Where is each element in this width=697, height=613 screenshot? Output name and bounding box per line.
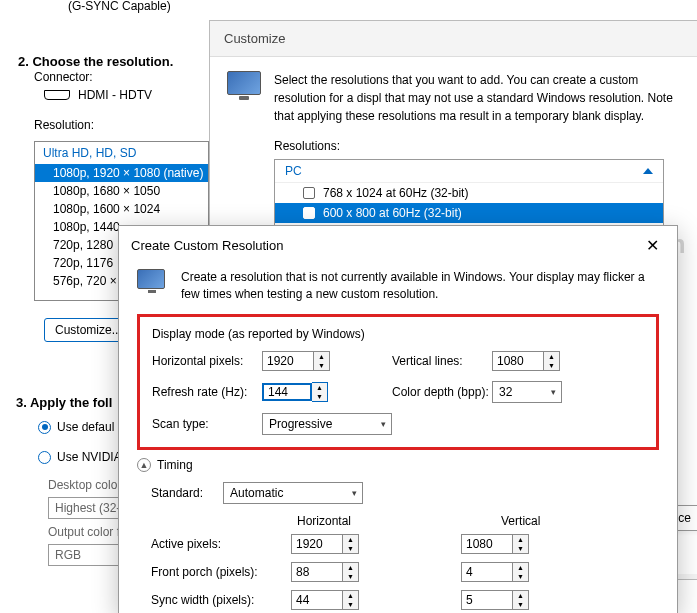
resolution-item[interactable]: 1080p, 1600 × 1024: [35, 200, 208, 218]
display-mode-heading: Display mode (as reported by Windows): [152, 327, 644, 341]
refresh-rate-input[interactable]: [262, 383, 312, 401]
horizontal-pixels-input[interactable]: [262, 351, 314, 371]
caret-up-icon: [643, 168, 653, 174]
front-porch-v-spinner[interactable]: ▲▼: [461, 562, 551, 582]
resolution-text: 768 x 1024 at 60Hz (32-bit): [323, 186, 468, 200]
combo-value: RGB: [55, 548, 81, 562]
use-nvidia-radio[interactable]: Use NVIDIA: [38, 450, 122, 464]
step-3-heading: 3. Apply the foll: [16, 395, 112, 410]
resolution-checkbox-item[interactable]: 600 x 800 at 60Hz (32-bit): [275, 203, 663, 223]
horizontal-column-header: Horizontal: [297, 514, 351, 528]
display-mode-highlight-box: Display mode (as reported by Windows) Ho…: [137, 314, 659, 450]
gsync-caption: (G-SYNC Capable): [68, 0, 171, 13]
color-depth-label: Color depth (bpp):: [392, 385, 492, 399]
collapse-icon[interactable]: ▲: [137, 458, 151, 472]
chevron-down-icon: ▾: [545, 387, 561, 397]
checkbox-icon[interactable]: [303, 207, 315, 219]
customize-title: Customize: [210, 21, 697, 56]
active-pixels-label: Active pixels:: [151, 537, 291, 551]
vertical-lines-input[interactable]: [492, 351, 544, 371]
connector-value: HDMI - HDTV: [78, 88, 152, 102]
vertical-column-header: Vertical: [501, 514, 540, 528]
desktop-color-label: Desktop color: [48, 478, 121, 492]
resolution-text: 600 x 800 at 60Hz (32-bit): [323, 206, 462, 220]
timing-heading: Timing: [157, 458, 193, 472]
radio-label: Use defaul: [57, 420, 114, 434]
resolution-label: Resolution:: [34, 118, 94, 132]
scan-type-value: Progressive: [263, 417, 375, 431]
use-default-radio[interactable]: Use defaul: [38, 420, 114, 434]
vertical-lines-spinner[interactable]: ▲▼: [492, 351, 572, 371]
standard-label: Standard:: [151, 486, 203, 500]
checkbox-icon[interactable]: [303, 187, 315, 199]
create-custom-resolution-dialog: Create Custom Resolution ✕ Create a reso…: [118, 225, 678, 613]
group-name: PC: [285, 164, 302, 178]
radio-icon: [38, 421, 51, 434]
horizontal-pixels-spinner[interactable]: ▲▼: [262, 351, 352, 371]
chevron-down-icon: ▾: [375, 419, 391, 429]
active-pixels-v-spinner[interactable]: ▲▼: [461, 534, 551, 554]
sync-width-v-spinner[interactable]: ▲▼: [461, 590, 551, 610]
standard-value: Automatic: [224, 486, 346, 500]
dialog-intro-text: Create a resolution that is not currentl…: [181, 269, 659, 304]
scan-type-label: Scan type:: [152, 417, 262, 431]
resolution-group-header: Ultra HD, HD, SD: [35, 142, 208, 164]
step-2-heading: 2. Choose the resolution.: [18, 54, 173, 69]
resolution-item[interactable]: 1080p, 1920 × 1080 (native): [35, 164, 208, 182]
radio-icon: [38, 451, 51, 464]
connector-label: Connector:: [34, 70, 93, 84]
radio-label: Use NVIDIA: [57, 450, 122, 464]
monitor-icon: [137, 269, 167, 293]
dialog-title: Create Custom Resolution: [131, 238, 283, 253]
resolutions-label: Resolutions:: [274, 139, 682, 153]
standard-select[interactable]: Automatic ▾: [223, 482, 363, 504]
refresh-rate-label: Refresh rate (Hz):: [152, 385, 262, 399]
monitor-icon: [226, 71, 262, 101]
customize-description: Select the resolutions that you want to …: [274, 71, 682, 125]
front-porch-h-spinner[interactable]: ▲▼: [291, 562, 381, 582]
sync-width-label: Sync width (pixels):: [151, 593, 291, 607]
chevron-down-icon: ▾: [346, 488, 362, 498]
hdmi-icon: [44, 90, 70, 100]
resolution-checkbox-item[interactable]: 768 x 1024 at 60Hz (32-bit): [275, 183, 663, 203]
active-pixels-h-spinner[interactable]: ▲▼: [291, 534, 381, 554]
combo-value: Highest (32-b: [55, 501, 127, 515]
vertical-lines-label: Vertical lines:: [392, 354, 492, 368]
resolution-item[interactable]: 1080p, 1680 × 1050: [35, 182, 208, 200]
color-depth-value: 32: [493, 385, 545, 399]
color-depth-select[interactable]: 32 ▾: [492, 381, 562, 403]
scan-type-select[interactable]: Progressive ▾: [262, 413, 392, 435]
close-icon[interactable]: ✕: [640, 234, 665, 257]
refresh-rate-spinner[interactable]: ▲▼: [262, 382, 352, 402]
sync-width-h-spinner[interactable]: ▲▼: [291, 590, 381, 610]
front-porch-label: Front porch (pixels):: [151, 565, 291, 579]
resolutions-group-header[interactable]: PC: [275, 160, 663, 183]
output-color-label: Output color f: [48, 525, 120, 539]
horizontal-pixels-label: Horizontal pixels:: [152, 354, 262, 368]
